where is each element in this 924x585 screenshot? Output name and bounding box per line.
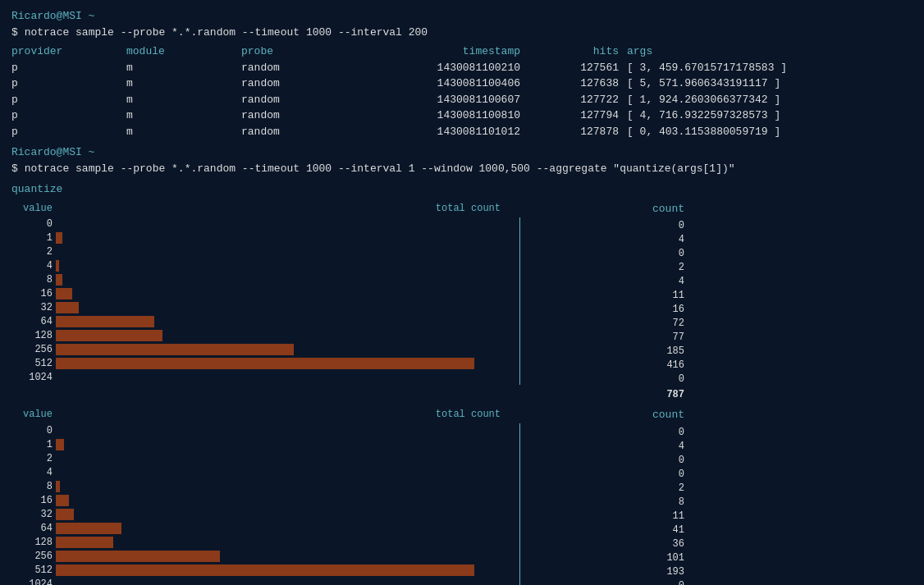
chart-bar-row: 256	[11, 343, 520, 357]
chart-bar-label: 128	[11, 535, 53, 550]
cell-probe: random	[241, 75, 356, 92]
user-host-2: Ricardo@MSI ~	[11, 146, 94, 158]
cell-module: m	[126, 92, 241, 108]
chart-count-value: 101	[528, 551, 684, 564]
cell-probe: random	[241, 60, 356, 76]
cell-timestamp: 1430081101012	[356, 124, 520, 140]
chart-bar-container	[53, 577, 520, 585]
chart-bar	[56, 537, 113, 548]
cell-probe: random	[241, 124, 356, 140]
cell-timestamp: 1430081100210	[356, 60, 520, 76]
chart-bar	[56, 330, 162, 341]
chart-bar-container	[53, 315, 520, 329]
chart-bar-label: 0	[11, 217, 53, 231]
chart-bar-label: 1	[11, 231, 53, 245]
chart-count-value: 185	[528, 344, 684, 358]
command-2: $ notrace sample --probe *.*.random --ti…	[11, 161, 913, 177]
chart2-bar-area: 0 1 2 4 8	[11, 423, 520, 585]
table-row: p m random 1430081101012 127878 [ 0, 403…	[11, 124, 913, 140]
cell-timestamp: 1430081100607	[356, 92, 520, 108]
chart-count-value: 0	[528, 578, 684, 586]
chart-bar-row: 8	[11, 273, 520, 287]
chart-bar-label: 16	[11, 286, 53, 301]
chart-bar-container	[53, 507, 520, 521]
chart-bar-label: 256	[11, 549, 53, 564]
chart1-bars: value total count 0 1 2 4	[11, 201, 520, 403]
chart-bar-container	[53, 217, 520, 231]
chart-count-value: 416	[528, 358, 684, 372]
chart2-value-header: value	[11, 407, 53, 422]
chart-bar-label: 32	[11, 300, 53, 315]
chart-count-value: 8	[528, 495, 684, 509]
cell-module: m	[126, 60, 241, 76]
chart-bar-label: 512	[11, 563, 53, 578]
cell-module: m	[126, 75, 241, 92]
cell-probe: random	[241, 107, 356, 124]
chart-count-value: 0	[528, 467, 684, 481]
chart-bar	[56, 316, 154, 327]
chart-bar-row: 512	[11, 563, 520, 577]
chart-count-value: 16	[528, 302, 684, 316]
col-timestamp-header: timestamp	[356, 43, 520, 60]
table-body: p m random 1430081100210 127561 [ 3, 459…	[11, 60, 913, 140]
chart-bar-container	[53, 301, 520, 315]
chart-bar-label: 512	[11, 356, 53, 371]
chart1-total-value: 787	[528, 387, 684, 402]
chart-bar	[56, 509, 74, 520]
cell-provider: p	[11, 60, 126, 76]
chart-bar-container	[53, 329, 520, 343]
cell-provider: p	[11, 92, 126, 108]
chart2-counts: count 0400281141361011930 396	[520, 407, 684, 585]
cmd1-text: notrace sample --probe *.*.random --time…	[25, 26, 428, 39]
quantize-label: quantize	[11, 181, 913, 198]
chart-bar-container	[53, 357, 520, 371]
chart-bar	[56, 358, 474, 369]
chart-bar	[56, 551, 220, 562]
chart-count-value: 4	[528, 232, 684, 246]
chart-bar-label: 32	[11, 507, 53, 522]
chart-bar-container	[53, 245, 520, 259]
chart-bar-row: 1024	[11, 577, 520, 585]
cell-hits: 127794	[537, 107, 619, 124]
chart-count-value: 0	[528, 453, 684, 467]
col-module-header: module	[126, 43, 241, 60]
chart1: value total count 0 1 2 4	[11, 201, 913, 403]
table-row: p m random 1430081100210 127561 [ 3, 459…	[11, 60, 913, 76]
prompt-2: Ricardo@MSI ~	[11, 144, 913, 161]
chart-bar-row: 128	[11, 535, 520, 549]
chart1-bar-area: 0 1 2 4 8	[11, 217, 520, 385]
chart-count-value: 4	[528, 274, 684, 288]
chart-bar-container	[53, 423, 520, 437]
chart-bar-container	[53, 465, 520, 479]
cell-provider: p	[11, 107, 126, 124]
chart-bar-container	[53, 371, 520, 385]
chart-bar-row: 64	[11, 315, 520, 329]
chart-bar-label: 1024	[11, 370, 53, 385]
chart-bar-label: 8	[11, 479, 53, 494]
chart-bar-label: 4	[11, 258, 53, 273]
chart-bar-row: 32	[11, 301, 520, 315]
chart-bar-row: 1	[11, 437, 520, 451]
chart-bar	[56, 302, 79, 313]
chart2: value total count 0 1 2 4	[11, 407, 913, 585]
prompt-1: Ricardo@MSI ~	[11, 8, 913, 25]
chart-bar-row: 4	[11, 259, 520, 273]
chart-bar	[56, 274, 62, 286]
chart-bar-row: 16	[11, 493, 520, 507]
chart-bar-row: 1	[11, 231, 520, 245]
chart-bar-container	[53, 493, 520, 507]
chart-count-value: 36	[528, 537, 684, 551]
chart-bar	[56, 481, 60, 492]
col-probe-header: probe	[241, 43, 356, 60]
chart2-count-area: 0400281141361011930	[528, 425, 684, 586]
chart-bar-row: 16	[11, 287, 520, 301]
chart-bar-container	[53, 535, 520, 549]
chart-bar	[56, 232, 62, 244]
chart1-counts: count 04024111672771854160 787	[520, 201, 684, 403]
chart-count-value: 0	[528, 218, 684, 232]
chart-bar-label: 2	[11, 451, 53, 466]
chart-count-value: 72	[528, 316, 684, 330]
user-host-1: Ricardo@MSI ~	[11, 10, 94, 22]
chart-bar-label: 64	[11, 314, 53, 329]
chart-count-value: 0	[528, 246, 684, 260]
